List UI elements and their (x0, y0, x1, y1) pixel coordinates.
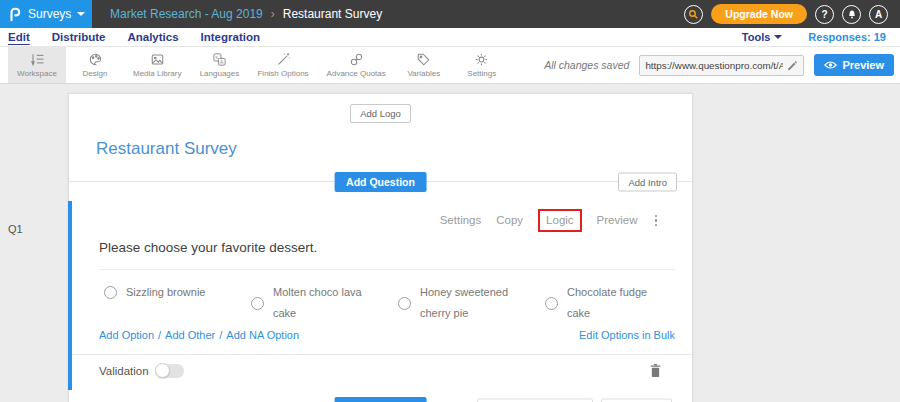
search-icon (688, 9, 699, 20)
edit-toolbar: Workspace Design Media Library Ax Langua… (0, 47, 900, 84)
question-text[interactable]: Please choose your favorite dessert. (99, 240, 665, 256)
tab-edit[interactable]: Edit (8, 31, 30, 43)
toolbar-item-workspace[interactable]: Workspace (8, 47, 66, 83)
toolbar-item-finish-options[interactable]: Finish Options (248, 47, 317, 83)
tools-menu[interactable]: Tools (742, 31, 783, 43)
survey-nav: Edit Distribute Analytics Integration To… (0, 28, 900, 47)
chevron-down-icon (774, 35, 782, 39)
workspace-icon (30, 52, 45, 67)
toolbar-item-settings[interactable]: Settings (453, 47, 511, 83)
variables-icon (416, 52, 431, 67)
add-other-link[interactable]: Add Other (165, 329, 215, 341)
separator-button[interactable]: Separator (601, 399, 672, 402)
toolbar-item-media-library[interactable]: Media Library (124, 47, 190, 83)
tab-distribute[interactable]: Distribute (52, 31, 106, 43)
delete-question-button[interactable] (649, 363, 662, 378)
languages-icon: Ax (212, 52, 227, 67)
breadcrumb: Market Research - Aug 2019 › Restaurant … (110, 7, 382, 21)
topbar: Surveys Market Research - Aug 2019 › Res… (0, 0, 900, 28)
question-copy-link[interactable]: Copy (496, 213, 523, 228)
search-button[interactable] (684, 5, 703, 24)
radio-icon[interactable] (398, 297, 411, 310)
radio-icon[interactable] (545, 297, 558, 310)
survey-canvas: Q1 Add Logo Restaurant Survey Add Questi… (0, 84, 900, 402)
design-icon (88, 52, 103, 67)
finish-options-icon (276, 52, 291, 67)
question-footer: Validation (72, 354, 692, 390)
survey-url-box (639, 55, 804, 76)
media-library-icon (150, 52, 165, 67)
help-button[interactable]: ? (815, 5, 834, 24)
notifications-button[interactable] (842, 5, 861, 24)
toolbar-item-advance-quotas[interactable]: Advance Quotas (318, 47, 395, 83)
option-links: Add Option/Add Other/Add NA Option (99, 328, 299, 342)
question-number: Q1 (8, 223, 23, 235)
eye-icon (824, 60, 837, 70)
trash-icon (649, 363, 662, 378)
question-divider (99, 269, 675, 270)
save-status: All changes saved (544, 59, 629, 71)
validation-toggle[interactable] (156, 364, 184, 378)
svg-text:A: A (220, 58, 224, 64)
upgrade-button[interactable]: Upgrade Now (711, 4, 807, 24)
breadcrumb-parent[interactable]: Market Research - Aug 2019 (110, 7, 263, 21)
toolbar-item-variables[interactable]: Variables (395, 47, 453, 83)
advance-quotas-icon (349, 52, 364, 67)
tools-label: Tools (742, 31, 771, 43)
preview-button[interactable]: Preview (814, 54, 894, 76)
avatar[interactable]: A (869, 5, 888, 24)
breadcrumb-current: Restaurant Survey (283, 7, 382, 21)
page-break-actions: Remove Page Break Separator (477, 399, 672, 402)
remove-page-break-button[interactable]: Remove Page Break (477, 399, 594, 402)
section-divider: Add Question Add Intro (69, 181, 692, 182)
survey-url-input[interactable] (645, 60, 783, 71)
tab-analytics[interactable]: Analytics (127, 31, 178, 43)
surveys-menu[interactable]: Surveys (0, 0, 92, 28)
add-option-link[interactable]: Add Option (99, 329, 154, 341)
answer-option[interactable]: Chocolate fudge cake (545, 282, 692, 324)
question-settings-link[interactable]: Settings (440, 213, 482, 228)
survey-page-card: Add Logo Restaurant Survey Add Question … (68, 93, 693, 402)
question-preview-link[interactable]: Preview (597, 213, 638, 228)
more-options-icon[interactable] (653, 215, 660, 227)
toolbar-item-design[interactable]: Design (66, 47, 124, 83)
bell-icon (847, 9, 857, 20)
validation-control: Validation (99, 364, 184, 378)
questionpro-logo-icon (8, 6, 22, 22)
question-actions: Settings Copy Logic Preview (72, 201, 692, 230)
survey-title[interactable]: Restaurant Survey (96, 139, 692, 165)
chevron-down-icon (77, 12, 85, 16)
add-intro-button[interactable]: Add Intro (618, 173, 677, 192)
gear-icon (474, 52, 489, 67)
breadcrumb-separator-icon: › (271, 7, 275, 21)
question-logic-link[interactable]: Logic (538, 209, 582, 232)
tab-integration[interactable]: Integration (201, 31, 260, 43)
option-links-row: Add Option/Add Other/Add NA Option Edit … (99, 328, 675, 342)
svg-text:x: x (215, 55, 218, 60)
topbar-actions: Upgrade Now ? A (684, 4, 900, 24)
answer-option[interactable]: Molten choco lava cake (251, 282, 398, 324)
add-na-option-link[interactable]: Add NA Option (226, 329, 299, 341)
validation-label: Validation (99, 365, 149, 377)
responses-count[interactable]: Responses: 19 (808, 31, 886, 43)
add-logo-button[interactable]: Add Logo (350, 104, 411, 123)
radio-icon[interactable] (104, 286, 117, 299)
pencil-icon[interactable] (786, 59, 798, 71)
brand-label: Surveys (28, 7, 71, 21)
radio-icon[interactable] (251, 297, 264, 310)
answer-options: Sizzling brownie Molten choco lava cake … (104, 282, 692, 324)
toolbar-item-languages[interactable]: Ax Languages (190, 47, 248, 83)
answer-option[interactable]: Sizzling brownie (104, 282, 251, 303)
answer-option[interactable]: Honey sweetened cherry pie (398, 282, 545, 324)
add-question-button-bottom[interactable]: Add Question (334, 397, 427, 402)
edit-options-bulk-link[interactable]: Edit Options in Bulk (579, 328, 675, 342)
question-block: Settings Copy Logic Preview Please choos… (68, 201, 692, 390)
add-question-button-top[interactable]: Add Question (334, 172, 427, 192)
